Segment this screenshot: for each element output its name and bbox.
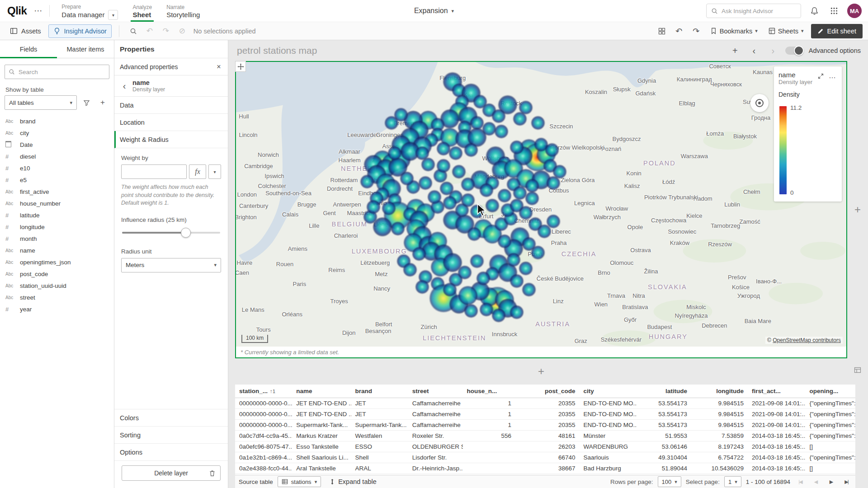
column-header[interactable]: opening... [806, 385, 856, 398]
fields-search[interactable] [5, 65, 109, 79]
app-name-dropdown[interactable]: Expansion ▾ [414, 7, 454, 15]
table-cell[interactable]: END-TO-END MO... [579, 408, 637, 419]
field-item-Date[interactable]: Date [0, 139, 114, 150]
app-launcher-button[interactable] [827, 4, 841, 18]
table-cell[interactable]: OLDENBURGER S... [408, 441, 463, 452]
move-object-handle[interactable] [235, 61, 246, 72]
sheets-button[interactable]: Sheets ▾ [765, 28, 807, 35]
table-cell[interactable]: JET [351, 398, 408, 408]
next-page-button[interactable]: ▶ [826, 479, 836, 485]
table-cell[interactable]: 20355 [515, 408, 579, 419]
table-cell[interactable]: Roxeler Str. [408, 430, 463, 441]
weight-by-dropdown-button[interactable]: ▾ [208, 164, 221, 179]
table-cell[interactable]: 26203 [515, 441, 579, 452]
field-item-e5[interactable]: #e5 [0, 174, 114, 186]
table-cell[interactable]: 53.554173 [637, 408, 691, 419]
column-header[interactable]: longitude [691, 385, 748, 398]
table-cell[interactable]: Lisdorfer Str. [408, 452, 463, 463]
table-cell[interactable]: 556 [463, 430, 516, 441]
select-page-select[interactable]: 1 ▾ [724, 476, 741, 487]
weight-by-input[interactable] [121, 164, 187, 179]
table-cell[interactable]: 00000000-0000-0... [235, 398, 292, 408]
back-button[interactable]: ‹ [118, 80, 131, 92]
radius-unit-select[interactable]: Meters ▾ [121, 258, 221, 272]
field-item-e10[interactable]: #e10 [0, 162, 114, 174]
table-cell[interactable] [463, 452, 516, 463]
undo-button[interactable]: ↶ [672, 24, 686, 38]
table-cell[interactable]: Esso Tankstelle [292, 441, 351, 452]
insight-advisor-button[interactable]: Insight Advisor [48, 24, 112, 38]
slider-handle[interactable] [181, 228, 191, 238]
table-cell[interactable]: Münster [579, 430, 637, 441]
table-cell[interactable]: 20355 [515, 398, 579, 408]
table-cell[interactable]: {"openingTimes":[... [806, 408, 856, 419]
field-item-street[interactable]: Abcstreet [0, 291, 114, 303]
table-cell[interactable]: 53.554173 [637, 419, 691, 430]
fields-search-input[interactable] [19, 69, 105, 75]
table-cell[interactable]: Saarlouis [579, 452, 637, 463]
field-item-brand[interactable]: Abcbrand [0, 115, 114, 127]
bookmarks-button[interactable]: Bookmarks ▾ [707, 28, 761, 35]
advanced-options-toggle[interactable] [785, 47, 803, 55]
global-more-menu[interactable]: ⋯ [31, 4, 45, 18]
table-cell[interactable]: 1 [463, 398, 516, 408]
search-selections-button[interactable] [127, 24, 140, 38]
table-cell[interactable] [463, 441, 516, 452]
nav-narrate-storytelling[interactable]: Narrate Storytelling [159, 0, 207, 22]
close-properties-button[interactable]: × [212, 61, 225, 73]
field-item-diesel[interactable]: #diesel [0, 150, 114, 162]
search-input[interactable] [722, 8, 796, 14]
table-cell[interactable]: {"openingTimes":[... [806, 430, 856, 441]
nav-analyze-sheet[interactable]: Analyze Sheet [125, 0, 159, 22]
table-cell[interactable]: 51.9553 [637, 430, 691, 441]
expand-table-button[interactable]: Expand table [326, 478, 380, 485]
map-chart-object[interactable]: FlensburgKielRostockСоветскKaunasGdyniaК… [235, 61, 847, 358]
table-row[interactable]: 0a0efc96-8075-47...Esso TankstelleESSOOL… [235, 441, 855, 452]
table-cell[interactable]: 0a2e4388-fcc0-44... [235, 463, 292, 474]
table-cell[interactable]: ARAL [351, 463, 408, 474]
column-header[interactable]: street [408, 385, 463, 398]
expression-editor-button[interactable]: fx [189, 164, 206, 179]
table-cell[interactable]: [] [806, 463, 856, 474]
table-row[interactable]: 0a0c7df4-cc9a-45...Markus KratzerWestfal… [235, 430, 855, 441]
column-header[interactable]: house_n... [463, 385, 516, 398]
field-item-first_active[interactable]: Abcfirst_active [0, 186, 114, 197]
table-cell[interactable]: 53.554173 [637, 398, 691, 408]
clear-selections-button[interactable]: ⊘ [175, 24, 189, 38]
table-cell[interactable]: Aral Tankstelle [292, 463, 351, 474]
table-cell[interactable]: Dr.-Heinrich-Jasp... [408, 463, 463, 474]
add-column-button[interactable]: + [851, 203, 864, 216]
table-cell[interactable]: 2021-09-08 14:01:... [748, 419, 806, 430]
table-cell[interactable]: WARDENBURG [579, 441, 637, 452]
first-page-button[interactable]: |◀ [795, 479, 806, 485]
column-header[interactable]: station_...↑1 [235, 385, 292, 398]
tab-master-items[interactable]: Master items [57, 40, 114, 58]
table-cell[interactable]: 6.754722 [691, 452, 748, 463]
field-item-post_code[interactable]: Abcpost_code [0, 268, 114, 280]
table-cell[interactable]: 2021-09-08 14:01:... [748, 398, 806, 408]
table-row[interactable]: 00000000-0000-0...JET END-TO-END ...JETC… [235, 398, 855, 408]
section-data[interactable]: Data [114, 97, 228, 114]
notifications-button[interactable] [807, 4, 821, 18]
section-options[interactable]: Options [114, 444, 228, 461]
table-cell[interactable]: {"openingTimes":[... [806, 419, 856, 430]
table-cell[interactable]: JET END-TO-END ... [292, 408, 351, 419]
table-cell[interactable]: 0a1e32b1-c869-4... [235, 452, 292, 463]
table-cell[interactable]: Markus Kratzer [292, 430, 351, 441]
table-cell[interactable]: 53.06146 [637, 441, 691, 452]
column-header[interactable]: name [292, 385, 351, 398]
add-object-button[interactable]: + [533, 364, 549, 379]
field-item-openingtimes_json[interactable]: Abcopeningtimes_json [0, 256, 114, 268]
step-forward-selection-button[interactable]: ↷ [159, 24, 173, 38]
table-cell[interactable]: 51.89044 [637, 463, 691, 474]
table-cell[interactable]: JET [351, 408, 408, 419]
previous-page-button[interactable]: ◀ [810, 479, 821, 485]
table-cell[interactable]: 1 [463, 408, 516, 419]
table-row[interactable]: 00000000-0000-0...JET END-TO-END ...JETC… [235, 408, 855, 419]
table-cell[interactable]: 2014-03-18 16:45:... [748, 441, 806, 452]
field-item-longitude[interactable]: #longitude [0, 221, 114, 233]
edit-sheet-button[interactable]: Edit sheet [811, 24, 863, 38]
column-header[interactable]: latitude [637, 385, 691, 398]
osm-attribution-link[interactable]: OpenStreetMap contributors [773, 337, 841, 343]
table-cell[interactable]: [] [806, 441, 856, 452]
